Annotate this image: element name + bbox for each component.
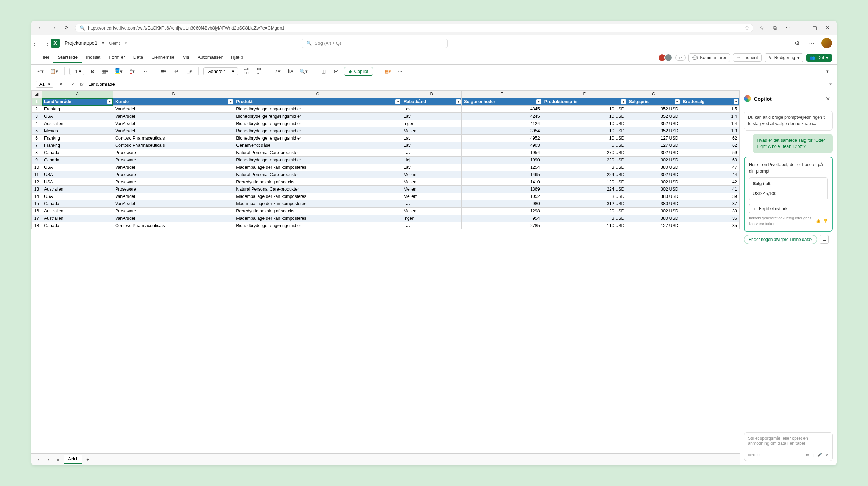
cell[interactable]: Lav [401,149,462,157]
cell[interactable]: Bionedbrydelige rengøringsmidler [234,222,401,229]
row-header[interactable]: 3 [32,113,42,120]
row-header[interactable]: 2 [32,106,42,113]
cell[interactable]: 39 [681,208,739,215]
cell[interactable]: Natural Personal Care-produkter [234,149,401,157]
column-header[interactable]: D [401,91,462,98]
ribbon-tab-startside[interactable]: Startside [53,52,82,63]
cell[interactable]: 1465 [462,171,542,178]
cell[interactable]: 302 USD [627,171,681,178]
row-header[interactable]: 15 [32,200,42,208]
cell[interactable]: Proseware [113,149,234,157]
minimize-button[interactable]: — [796,23,806,33]
accept-formula-icon[interactable]: ✓ [68,79,77,89]
column-header[interactable]: C [234,91,401,98]
cell[interactable]: 35 [681,222,739,229]
table-header-cell[interactable]: Kunde▾ [113,98,234,106]
user-avatar[interactable] [821,38,832,48]
cell[interactable]: 302 USD [627,186,681,193]
cell[interactable]: Genanvendt dåse [234,142,401,149]
cell[interactable]: Mellem [401,171,462,178]
cell[interactable]: Canada [42,149,113,157]
cell[interactable]: 60 [681,157,739,164]
cell[interactable]: 352 USD [627,113,681,120]
paste-button[interactable]: 📋▾ [49,67,59,76]
cell[interactable]: Mellem [401,178,462,186]
cell[interactable]: Mellem [401,193,462,200]
more-icon[interactable]: ⋯ [807,38,817,48]
cell[interactable]: Proseware [113,208,234,215]
maximize-button[interactable]: ▢ [810,23,819,33]
cell[interactable]: VanArsdel [113,164,234,171]
cell[interactable]: Bæredygtig pakning af snacks [234,208,401,215]
row-header[interactable]: 1 [32,98,42,106]
filter-dropdown-icon[interactable]: ▾ [675,99,680,104]
table-header-cell[interactable]: Land/område▾ [42,98,113,106]
cell[interactable]: 127 USD [627,142,681,149]
row-header[interactable]: 17 [32,215,42,222]
cell[interactable]: Mellem [401,208,462,215]
align-button[interactable]: ≡▾ [159,67,168,76]
cell[interactable]: Lav [401,142,462,149]
cell[interactable]: 380 USD [627,215,681,222]
column-header[interactable]: B [113,91,234,98]
column-header[interactable]: G [627,91,681,98]
cell[interactable]: Mademballage der kan komposteres [234,164,401,171]
row-header[interactable]: 18 [32,222,42,229]
cell[interactable]: USA [42,193,113,200]
filter-dropdown-icon[interactable]: ▾ [734,99,738,104]
ribbon-tab-indsæt[interactable]: Indsæt [82,52,105,63]
chevron-down-icon[interactable]: ▾ [125,41,127,45]
row-header[interactable]: 11 [32,171,42,178]
cell[interactable]: VanArsdel [113,215,234,222]
cell[interactable]: Bionedbrydelige rengøringsmidler [234,120,401,127]
cell[interactable]: Australien [42,208,113,215]
more-font-icon[interactable]: ⋯ [140,67,149,76]
table-header-cell[interactable]: Solgte enheder▾ [462,98,542,106]
cell[interactable]: 954 [462,215,542,222]
cell[interactable]: 1410 [462,178,542,186]
cell[interactable]: 2785 [462,222,542,229]
cell[interactable]: 1.5 [681,106,739,113]
cell[interactable]: Canada [42,157,113,164]
cell[interactable]: Bionedbrydelige rengøringsmidler [234,127,401,135]
cell[interactable]: 270 USD [542,149,627,157]
app-launcher-icon[interactable]: ⋮⋮⋮ [36,38,46,48]
copilot-close-icon[interactable]: ✕ [823,94,833,103]
cell[interactable]: Mademballage der kan komposteres [234,193,401,200]
number-format-selector[interactable]: Generelt ▾ [203,67,238,75]
all-sheets-button[interactable]: ≡ [54,456,62,463]
cell[interactable]: 224 USD [542,186,627,193]
cell[interactable]: VanArsdel [113,120,234,127]
cell[interactable]: 980 [462,200,542,208]
row-header[interactable]: 6 [32,135,42,142]
cell[interactable]: 120 USD [542,178,627,186]
close-button[interactable]: ✕ [823,23,833,33]
cell[interactable]: 41 [681,186,739,193]
fill-color-button[interactable]: 🪣▾ [113,67,124,76]
bold-button[interactable]: B [88,67,97,76]
cell[interactable]: Contoso Pharmaceuticals [113,142,234,149]
cell[interactable]: 10 USD [542,106,627,113]
expand-formula-icon[interactable]: ▾ [829,82,832,87]
cell[interactable]: VanArsdel [113,193,234,200]
cell[interactable]: 380 USD [627,193,681,200]
cell[interactable]: Proseware [113,186,234,193]
cell[interactable]: Australien [42,186,113,193]
cell[interactable]: 352 USD [627,106,681,113]
cell[interactable]: 4903 [462,142,542,149]
cell[interactable]: Lav [401,200,462,208]
site-info-icon[interactable]: ✩ [745,25,749,31]
thumbs-down-icon[interactable]: 👎 [823,218,828,224]
cell[interactable]: 352 USD [627,127,681,135]
cell[interactable]: Contoso Pharmaceuticals [113,222,234,229]
cell[interactable]: USA [42,178,113,186]
cell[interactable]: Frankrig [42,135,113,142]
cell[interactable]: 380 USD [627,200,681,208]
row-header[interactable]: 12 [32,178,42,186]
cell[interactable]: Lav [401,135,462,142]
thumbs-up-icon[interactable]: 👍 [816,218,820,224]
back-button[interactable]: ← [35,23,45,33]
cell[interactable]: 1954 [462,149,542,157]
row-header[interactable]: 14 [32,193,42,200]
cell[interactable]: 36 [681,215,739,222]
